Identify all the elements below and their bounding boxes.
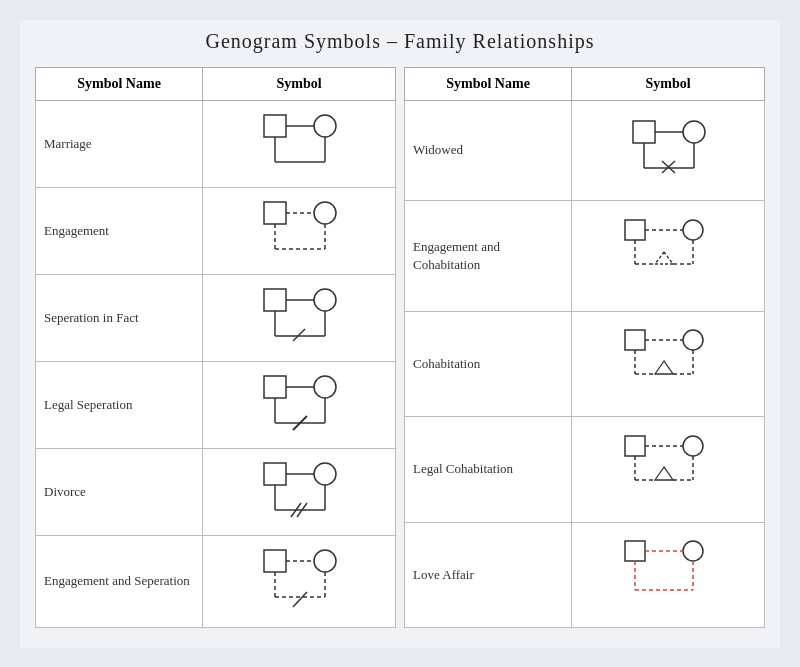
left-row-5-name: Engagement and Seperation <box>36 536 203 628</box>
table-row: Legal Seperation <box>36 362 396 449</box>
svg-marker-64 <box>655 361 673 374</box>
engagement-symbol <box>249 194 349 264</box>
right-row-1-name: Engagement and Cohabitation <box>405 200 572 311</box>
left-row-5-symbol <box>203 536 396 628</box>
svg-rect-12 <box>264 289 286 311</box>
table-row: Widowed <box>405 101 765 201</box>
legal-separation-symbol <box>249 368 349 438</box>
page-container: Genogram Symbols – Family Relationships … <box>20 20 780 648</box>
svg-line-18 <box>293 329 305 341</box>
svg-point-20 <box>314 376 336 398</box>
engagement-cohabitation-symbol <box>613 214 723 294</box>
left-row-1-name: Engagement <box>36 188 203 275</box>
table-row: Legal Cohabitation <box>405 417 765 522</box>
svg-rect-6 <box>264 202 286 224</box>
svg-point-13 <box>314 289 336 311</box>
left-row-2-name: Seperation in Fact <box>36 275 203 362</box>
right-row-2-name: Cohabitation <box>405 311 572 416</box>
svg-point-50 <box>683 220 703 240</box>
svg-rect-0 <box>264 115 286 137</box>
table-row: Engagement and Cohabitation <box>405 200 765 311</box>
separation-fact-symbol <box>249 281 349 351</box>
svg-point-66 <box>683 436 703 456</box>
svg-rect-49 <box>625 220 645 240</box>
svg-rect-73 <box>625 541 645 561</box>
svg-point-42 <box>683 121 705 143</box>
right-row-3-symbol <box>572 417 765 522</box>
tables-row: Symbol Name Symbol Marriage <box>35 67 765 628</box>
marriage-symbol <box>249 107 349 177</box>
widowed-symbol <box>618 113 718 183</box>
right-row-2-symbol <box>572 311 765 416</box>
svg-rect-65 <box>625 436 645 456</box>
table-row: Marriage <box>36 101 396 188</box>
table-row: Divorce <box>36 449 396 536</box>
page-title: Genogram Symbols – Family Relationships <box>35 30 765 53</box>
right-header-name: Symbol Name <box>405 68 572 101</box>
svg-point-58 <box>683 330 703 350</box>
cohabitation-symbol <box>613 324 723 399</box>
svg-rect-34 <box>264 550 286 572</box>
table-row: Cohabitation <box>405 311 765 416</box>
svg-rect-57 <box>625 330 645 350</box>
right-row-1-symbol <box>572 200 765 311</box>
right-row-4-name: Love Affair <box>405 522 572 627</box>
table-row: Engagement <box>36 188 396 275</box>
love-affair-symbol <box>613 535 723 610</box>
svg-rect-26 <box>264 463 286 485</box>
table-row: Love Affair <box>405 522 765 627</box>
left-row-1-symbol <box>203 188 396 275</box>
svg-rect-19 <box>264 376 286 398</box>
svg-point-1 <box>314 115 336 137</box>
svg-line-40 <box>293 592 307 607</box>
right-row-3-name: Legal Cohabitation <box>405 417 572 522</box>
table-row: Seperation in Fact <box>36 275 396 362</box>
svg-point-27 <box>314 463 336 485</box>
left-row-2-symbol <box>203 275 396 362</box>
right-row-0-symbol <box>572 101 765 201</box>
svg-rect-41 <box>633 121 655 143</box>
left-row-3-symbol <box>203 362 396 449</box>
svg-point-74 <box>683 541 703 561</box>
left-row-0-symbol <box>203 101 396 188</box>
right-header-symbol: Symbol <box>572 68 765 101</box>
right-row-4-symbol <box>572 522 765 627</box>
divorce-symbol <box>249 455 349 525</box>
left-row-0-name: Marriage <box>36 101 203 188</box>
left-table: Symbol Name Symbol Marriage <box>35 67 396 628</box>
right-table: Symbol Name Symbol Widowed <box>404 67 765 628</box>
left-row-3-name: Legal Seperation <box>36 362 203 449</box>
svg-point-7 <box>314 202 336 224</box>
left-row-4-name: Divorce <box>36 449 203 536</box>
left-row-4-symbol <box>203 449 396 536</box>
legal-cohabitation-symbol <box>613 430 723 505</box>
engagement-separation-symbol <box>249 542 349 617</box>
svg-point-35 <box>314 550 336 572</box>
table-row: Engagement and Seperation <box>36 536 396 628</box>
left-header-symbol: Symbol <box>203 68 396 101</box>
svg-marker-72 <box>655 467 673 480</box>
left-header-name: Symbol Name <box>36 68 203 101</box>
svg-marker-56 <box>655 252 673 264</box>
right-row-0-name: Widowed <box>405 101 572 201</box>
